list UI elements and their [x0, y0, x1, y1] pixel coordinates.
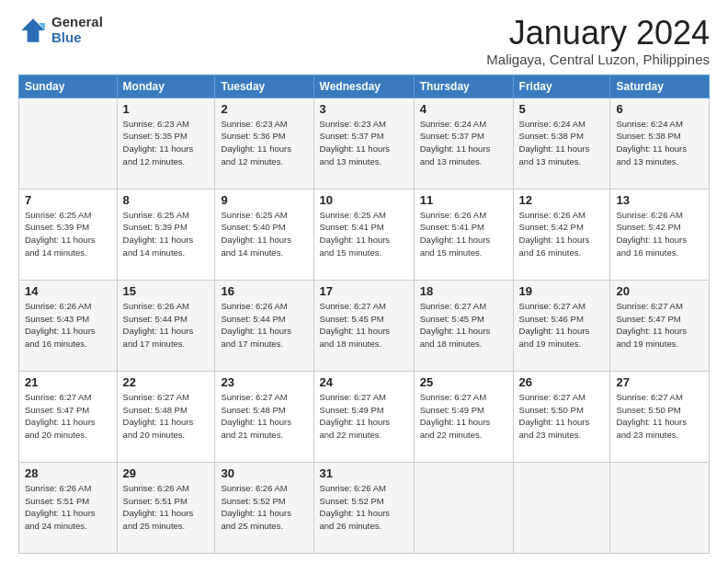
table-row: 15Sunrise: 6:26 AM Sunset: 5:44 PM Dayli… [117, 280, 215, 371]
table-row: 1Sunrise: 6:23 AM Sunset: 5:35 PM Daylig… [117, 98, 215, 189]
day-info: Sunrise: 6:27 AM Sunset: 5:48 PM Dayligh… [123, 391, 210, 442]
day-info: Sunrise: 6:27 AM Sunset: 5:49 PM Dayligh… [320, 391, 408, 442]
day-info: Sunrise: 6:26 AM Sunset: 5:52 PM Dayligh… [320, 482, 408, 533]
logo-icon [18, 16, 48, 45]
day-number: 8 [123, 193, 210, 207]
day-info: Sunrise: 6:27 AM Sunset: 5:45 PM Dayligh… [320, 300, 408, 350]
day-info: Sunrise: 6:26 AM Sunset: 5:42 PM Dayligh… [519, 209, 605, 259]
logo-text: General Blue [51, 15, 103, 45]
table-row: 11Sunrise: 6:26 AM Sunset: 5:41 PM Dayli… [414, 189, 513, 280]
day-info: Sunrise: 6:25 AM Sunset: 5:41 PM Dayligh… [320, 209, 408, 259]
table-row: 4Sunrise: 6:24 AM Sunset: 5:37 PM Daylig… [414, 98, 513, 189]
title-month: January 2024 [486, 15, 710, 52]
day-number: 24 [320, 375, 408, 389]
day-number: 15 [123, 284, 210, 298]
day-info: Sunrise: 6:26 AM Sunset: 5:52 PM Dayligh… [221, 482, 307, 533]
table-row: 16Sunrise: 6:26 AM Sunset: 5:44 PM Dayli… [215, 280, 313, 371]
table-row: 18Sunrise: 6:27 AM Sunset: 5:45 PM Dayli… [414, 280, 513, 371]
table-row: 29Sunrise: 6:26 AM Sunset: 5:51 PM Dayli… [117, 462, 215, 553]
day-number: 4 [420, 102, 507, 116]
day-info: Sunrise: 6:24 AM Sunset: 5:37 PM Dayligh… [420, 118, 507, 168]
day-number: 23 [221, 375, 307, 389]
table-row: 9Sunrise: 6:25 AM Sunset: 5:40 PM Daylig… [215, 189, 313, 280]
logo-general-text: General [51, 15, 103, 30]
header-sunday: Sunday [19, 75, 118, 98]
table-row [19, 98, 118, 189]
table-row [513, 462, 610, 553]
day-number: 16 [221, 284, 307, 298]
day-info: Sunrise: 6:26 AM Sunset: 5:42 PM Dayligh… [616, 209, 703, 259]
day-info: Sunrise: 6:26 AM Sunset: 5:44 PM Dayligh… [123, 300, 210, 350]
table-row [414, 462, 513, 553]
table-row: 28Sunrise: 6:26 AM Sunset: 5:51 PM Dayli… [19, 462, 118, 553]
day-number: 29 [123, 466, 210, 480]
header-wednesday: Wednesday [313, 75, 414, 98]
logo-blue-text: Blue [51, 30, 103, 46]
table-row: 7Sunrise: 6:25 AM Sunset: 5:39 PM Daylig… [19, 189, 118, 280]
day-number: 31 [320, 466, 408, 480]
table-row: 13Sunrise: 6:26 AM Sunset: 5:42 PM Dayli… [610, 189, 710, 280]
table-row: 27Sunrise: 6:27 AM Sunset: 5:50 PM Dayli… [610, 371, 710, 462]
svg-marker-0 [21, 18, 45, 42]
day-info: Sunrise: 6:27 AM Sunset: 5:47 PM Dayligh… [25, 391, 111, 442]
day-info: Sunrise: 6:26 AM Sunset: 5:51 PM Dayligh… [25, 482, 111, 533]
day-number: 21 [25, 375, 111, 389]
title-location: Maligaya, Central Luzon, Philippines [486, 52, 710, 67]
table-row: 2Sunrise: 6:23 AM Sunset: 5:36 PM Daylig… [215, 98, 313, 189]
table-row: 24Sunrise: 6:27 AM Sunset: 5:49 PM Dayli… [313, 371, 414, 462]
table-row: 30Sunrise: 6:26 AM Sunset: 5:52 PM Dayli… [215, 462, 313, 553]
day-number: 19 [519, 284, 605, 298]
calendar-week-3: 21Sunrise: 6:27 AM Sunset: 5:47 PM Dayli… [19, 371, 710, 462]
day-number: 20 [616, 284, 703, 298]
day-info: Sunrise: 6:25 AM Sunset: 5:40 PM Dayligh… [221, 209, 307, 259]
day-number: 2 [221, 102, 307, 116]
day-info: Sunrise: 6:26 AM Sunset: 5:44 PM Dayligh… [221, 300, 307, 350]
day-number: 27 [616, 375, 703, 389]
day-info: Sunrise: 6:23 AM Sunset: 5:36 PM Dayligh… [221, 118, 307, 168]
table-row: 20Sunrise: 6:27 AM Sunset: 5:47 PM Dayli… [610, 280, 710, 371]
day-info: Sunrise: 6:23 AM Sunset: 5:35 PM Dayligh… [123, 118, 210, 168]
day-number: 22 [123, 375, 210, 389]
title-block: January 2024 Maligaya, Central Luzon, Ph… [486, 15, 710, 67]
day-info: Sunrise: 6:27 AM Sunset: 5:46 PM Dayligh… [519, 300, 605, 350]
calendar-week-1: 7Sunrise: 6:25 AM Sunset: 5:39 PM Daylig… [19, 189, 710, 280]
calendar-week-2: 14Sunrise: 6:26 AM Sunset: 5:43 PM Dayli… [19, 280, 710, 371]
table-row: 21Sunrise: 6:27 AM Sunset: 5:47 PM Dayli… [19, 371, 118, 462]
day-info: Sunrise: 6:25 AM Sunset: 5:39 PM Dayligh… [123, 209, 210, 259]
header-monday: Monday [117, 75, 215, 98]
day-number: 10 [320, 193, 408, 207]
day-info: Sunrise: 6:26 AM Sunset: 5:43 PM Dayligh… [25, 300, 111, 350]
header: General Blue January 2024 Maligaya, Cent… [18, 15, 710, 67]
day-info: Sunrise: 6:27 AM Sunset: 5:45 PM Dayligh… [420, 300, 507, 350]
calendar-week-0: 1Sunrise: 6:23 AM Sunset: 5:35 PM Daylig… [19, 98, 710, 189]
day-number: 18 [420, 284, 507, 298]
day-number: 1 [123, 102, 210, 116]
day-number: 5 [519, 102, 605, 116]
table-row: 3Sunrise: 6:23 AM Sunset: 5:37 PM Daylig… [313, 98, 414, 189]
logo: General Blue [18, 15, 103, 45]
header-tuesday: Tuesday [215, 75, 313, 98]
day-number: 28 [25, 466, 111, 480]
day-number: 12 [519, 193, 605, 207]
day-number: 11 [420, 193, 507, 207]
day-info: Sunrise: 6:26 AM Sunset: 5:51 PM Dayligh… [123, 482, 210, 533]
day-info: Sunrise: 6:27 AM Sunset: 5:50 PM Dayligh… [616, 391, 703, 442]
day-number: 6 [616, 102, 703, 116]
table-row: 6Sunrise: 6:24 AM Sunset: 5:38 PM Daylig… [610, 98, 710, 189]
day-info: Sunrise: 6:26 AM Sunset: 5:41 PM Dayligh… [420, 209, 507, 259]
table-row: 10Sunrise: 6:25 AM Sunset: 5:41 PM Dayli… [313, 189, 414, 280]
day-number: 25 [420, 375, 507, 389]
day-info: Sunrise: 6:27 AM Sunset: 5:47 PM Dayligh… [616, 300, 703, 350]
day-info: Sunrise: 6:24 AM Sunset: 5:38 PM Dayligh… [616, 118, 703, 168]
table-row: 26Sunrise: 6:27 AM Sunset: 5:50 PM Dayli… [513, 371, 610, 462]
day-number: 13 [616, 193, 703, 207]
day-number: 9 [221, 193, 307, 207]
table-row: 22Sunrise: 6:27 AM Sunset: 5:48 PM Dayli… [117, 371, 215, 462]
table-row: 14Sunrise: 6:26 AM Sunset: 5:43 PM Dayli… [19, 280, 118, 371]
day-number: 3 [320, 102, 408, 116]
day-number: 14 [25, 284, 111, 298]
page: General Blue January 2024 Maligaya, Cent… [0, 0, 728, 563]
day-info: Sunrise: 6:27 AM Sunset: 5:49 PM Dayligh… [420, 391, 507, 442]
day-number: 17 [320, 284, 408, 298]
day-info: Sunrise: 6:25 AM Sunset: 5:39 PM Dayligh… [25, 209, 111, 259]
